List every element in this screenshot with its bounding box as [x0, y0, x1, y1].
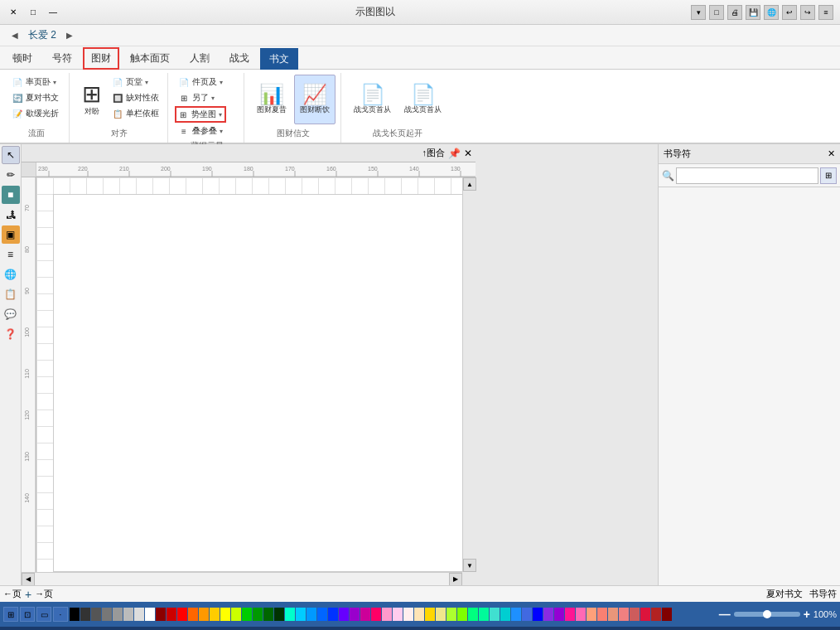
tool-arrow[interactable]: ↖: [2, 146, 20, 164]
color-swatch[interactable]: [662, 608, 672, 621]
color-swatch[interactable]: [447, 608, 456, 621]
color-swatch[interactable]: [70, 608, 80, 621]
minimize-button[interactable]: —: [46, 6, 60, 19]
zoom-thumb[interactable]: [763, 610, 771, 618]
color-swatch[interactable]: [479, 608, 489, 621]
color-swatch[interactable]: [91, 608, 101, 621]
color-swatch[interactable]: [425, 608, 435, 621]
tool-box[interactable]: ▣: [2, 225, 20, 244]
close-button[interactable]: ✕: [7, 6, 20, 19]
menu-action[interactable]: ≡: [818, 5, 833, 20]
color-swatch[interactable]: [522, 608, 532, 621]
color-swatch[interactable]: [403, 608, 413, 621]
color-swatch[interactable]: [393, 608, 403, 621]
color-swatch[interactable]: [587, 608, 596, 621]
redo-action[interactable]: ↪: [800, 5, 815, 20]
color-swatch[interactable]: [597, 608, 607, 621]
undo-action[interactable]: ↩: [782, 5, 797, 20]
scrollbar-h[interactable]: ◀ ▶: [22, 572, 462, 585]
tool-globe[interactable]: 🌐: [2, 265, 20, 284]
btn-compare-text[interactable]: 🔄 夏对书文: [8, 90, 62, 105]
save-action[interactable]: 💾: [746, 5, 760, 20]
tab-tucai[interactable]: 图财: [83, 47, 119, 70]
color-swatch[interactable]: [210, 608, 220, 621]
zoom-minus[interactable]: —: [719, 608, 731, 621]
right-panel-close[interactable]: ✕: [828, 148, 835, 159]
color-swatch[interactable]: [630, 608, 640, 621]
color-swatch[interactable]: [220, 608, 230, 621]
color-swatch[interactable]: [543, 608, 553, 621]
color-swatch[interactable]: [102, 608, 112, 621]
color-swatch[interactable]: [317, 608, 327, 621]
scroll-track-v[interactable]: [463, 191, 476, 559]
bottom-icon-grid[interactable]: ⊞: [3, 607, 18, 622]
tab-benmiany[interactable]: 触本面页: [121, 47, 179, 69]
color-swatch[interactable]: [619, 608, 629, 621]
btn-chart-copy[interactable]: 📊 图财夏昔: [251, 75, 292, 124]
color-swatch[interactable]: [371, 608, 381, 621]
color-swatch[interactable]: [274, 608, 284, 621]
back-icon[interactable]: ◀: [7, 27, 23, 44]
btn-header-front[interactable]: 📄 战戈页首从: [398, 75, 447, 124]
color-swatch[interactable]: [457, 608, 467, 621]
color-swatch[interactable]: [490, 608, 500, 621]
color-swatch[interactable]: [468, 608, 478, 621]
print-action[interactable]: 🖨: [727, 5, 742, 20]
zoom-slider[interactable]: [734, 612, 800, 617]
btn-another[interactable]: ⊞ 另了 ▾: [175, 90, 226, 105]
color-swatch[interactable]: [156, 608, 166, 621]
tab-haofu[interactable]: 号符: [43, 47, 81, 69]
color-swatch[interactable]: [436, 608, 446, 621]
scroll-right-btn[interactable]: ▶: [449, 573, 462, 586]
search-input-wrapper[interactable]: [676, 167, 818, 184]
dropdown-action[interactable]: ▾: [691, 5, 706, 20]
diagram-pin[interactable]: 📌: [448, 148, 461, 159]
bottom-icon-table[interactable]: ⊡: [20, 607, 35, 622]
forward-icon[interactable]: ▶: [61, 27, 78, 44]
color-swatch[interactable]: [565, 608, 575, 621]
tab-renge[interactable]: 人割: [181, 47, 219, 69]
color-swatch[interactable]: [533, 608, 543, 621]
color-swatch[interactable]: [651, 608, 661, 621]
btn-align-big[interactable]: ⊞ 对盼: [76, 75, 107, 124]
tool-chat[interactable]: 💬: [2, 305, 20, 323]
btn-param[interactable]: ≡ 叠参叠 ▾: [175, 124, 226, 138]
color-swatch[interactable]: [339, 608, 349, 621]
restore-action[interactable]: □: [709, 5, 724, 20]
color-swatch[interactable]: [145, 608, 155, 621]
scroll-up-btn[interactable]: ▲: [463, 177, 476, 191]
search-input[interactable]: [680, 171, 814, 181]
color-swatch[interactable]: [328, 608, 338, 621]
tool-image[interactable]: 🏞: [2, 206, 20, 224]
tab-shuwen[interactable]: 书文: [260, 48, 298, 70]
color-swatch[interactable]: [576, 608, 586, 621]
btn-page-tang[interactable]: 📄 页堂 ▾: [109, 75, 162, 90]
color-swatch[interactable]: [511, 608, 521, 621]
page-nav-add[interactable]: +: [25, 588, 31, 601]
color-swatch[interactable]: [134, 608, 144, 621]
btn-grid-outlined[interactable]: ⊞ 势坐图 ▾: [175, 106, 226, 123]
color-swatch[interactable]: [253, 608, 263, 621]
page-nav-prev[interactable]: ←页: [3, 588, 22, 600]
color-swatch[interactable]: [188, 608, 198, 621]
tool-text[interactable]: ≡: [2, 245, 20, 264]
scrollbar-v[interactable]: ▲ ▼: [462, 177, 476, 572]
color-swatch[interactable]: [554, 608, 564, 621]
color-swatch[interactable]: [123, 608, 133, 621]
color-swatch[interactable]: [167, 608, 176, 621]
color-swatch[interactable]: [500, 608, 510, 621]
color-swatch[interactable]: [231, 608, 241, 621]
color-swatch[interactable]: [285, 608, 295, 621]
color-swatch[interactable]: [382, 608, 392, 621]
tab-dunshi[interactable]: 顿时: [3, 47, 41, 69]
scroll-down-btn[interactable]: ▼: [463, 559, 476, 572]
color-swatch[interactable]: [350, 608, 360, 621]
canvas-grid[interactable]: [36, 177, 476, 572]
page-nav-next[interactable]: →页: [35, 588, 53, 600]
color-swatch[interactable]: [263, 608, 273, 621]
btn-chart-normal[interactable]: 📈 图财断饮: [294, 75, 336, 124]
tool-shape[interactable]: ■: [2, 186, 20, 204]
color-swatch[interactable]: [307, 608, 316, 621]
color-swatch[interactable]: [414, 608, 424, 621]
tool-help[interactable]: ❓: [2, 325, 20, 343]
